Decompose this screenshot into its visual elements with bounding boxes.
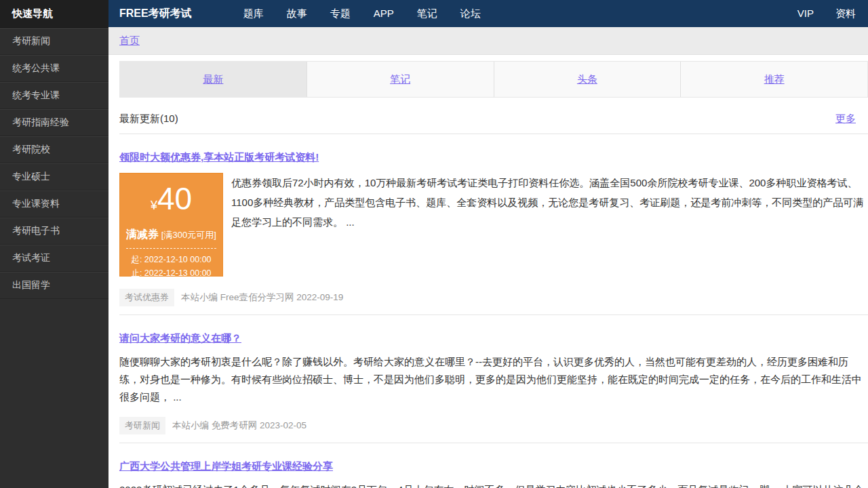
coupon-condition: [满300元可用] xyxy=(161,230,216,240)
nav-item-app[interactable]: APP xyxy=(374,7,394,20)
coupon-amount-value: 40 xyxy=(157,181,192,216)
article-divider xyxy=(119,314,868,315)
tab-latest-link[interactable]: 最新 xyxy=(203,73,223,86)
quick-nav-sidebar: 快速导航 考研新闻 统考公共课 统考专业课 考研指南经验 考研院校 专业硕士 专… xyxy=(0,0,108,488)
nav-item-stories[interactable]: 故事 xyxy=(287,7,307,20)
nav-item-materials[interactable]: 资料 xyxy=(835,7,856,20)
sidebar-item-ebooks[interactable]: 考研电子书 xyxy=(0,218,108,245)
coupon-end-date: 止: 2022-12-13 00:00 xyxy=(120,266,222,280)
nav-item-topics[interactable]: 专题 xyxy=(330,7,351,20)
nav-item-vip[interactable]: VIP xyxy=(797,7,814,20)
section-title: 最新更新(10) xyxy=(119,113,178,125)
article-title-link[interactable]: 请问大家考研的意义在哪？ xyxy=(119,332,241,345)
article-excerpt: 随便聊聊大家的考研初衷是什么呢？除了赚钱以外。考研给大家的意义在哪里？--去更好… xyxy=(119,353,868,406)
category-tag[interactable]: 考试优惠券 xyxy=(119,289,174,306)
article-meta: 本站小编 免费考研网 2023-02-05 xyxy=(172,420,307,432)
coupon-dashed-divider xyxy=(126,248,216,249)
coupon-type-label: 满减券 xyxy=(126,228,159,240)
content-tabs: 最新 笔记 头条 推荐 xyxy=(119,61,868,98)
article-excerpt: 2023考研初试已经过去了1个多月，每年复试时间在3月下旬，4月上旬左右，时间不… xyxy=(119,481,868,488)
sidebar-item-public-courses[interactable]: 统考公共课 xyxy=(0,55,108,82)
tab-latest[interactable]: 最新 xyxy=(120,62,307,97)
article-divider xyxy=(119,443,868,443)
tab-notes[interactable]: 笔记 xyxy=(307,62,494,97)
site-logo[interactable]: FREE考研考试 xyxy=(119,7,192,21)
article-title-link[interactable]: 广西大学公共管理上岸学姐考研专业课经验分享 xyxy=(119,460,333,473)
article-title-link[interactable]: 领限时大额优惠券,享本站正版考研考试资料! xyxy=(119,151,319,164)
main-content: 最新 笔记 头条 推荐 最新更新(10) 更多 领限时大额优惠券,享本站正版考研… xyxy=(108,55,868,488)
article-meta: 本站小编 Free壹佰分学习网 2022-09-19 xyxy=(181,291,343,304)
coupon-amount: ¥40 xyxy=(120,182,222,222)
article-excerpt: 优惠券领取后72小时内有效，10万种最新考研考试考证类电子打印资料任你选。涵盖全… xyxy=(231,173,868,277)
sidebar-item-major-courses[interactable]: 统考专业课 xyxy=(0,82,108,109)
sidebar-item-kaoyan-news[interactable]: 考研新闻 xyxy=(0,28,108,55)
breadcrumb-home-link[interactable]: 首页 xyxy=(119,35,140,47)
sidebar-item-guide-experience[interactable]: 考研指南经验 xyxy=(0,109,108,136)
article-body: ¥40 满减券 [满300元可用] 起: 2022-12-10 00:00 止:… xyxy=(119,173,868,277)
article-meta-row: 考试优惠券 本站小编 Free壹佰分学习网 2022-09-19 xyxy=(119,289,868,306)
sidebar-item-major-materials[interactable]: 专业课资料 xyxy=(0,190,108,218)
coupon-start-date: 起: 2022-12-10 00:00 xyxy=(120,253,222,266)
category-tag[interactable]: 考研新闻 xyxy=(119,417,165,434)
nav-menu: 题库 故事 专题 APP 笔记 论坛 xyxy=(243,7,481,20)
tab-recommended[interactable]: 推荐 xyxy=(681,62,867,97)
tab-headlines-link[interactable]: 头条 xyxy=(577,73,597,86)
tab-notes-link[interactable]: 笔记 xyxy=(390,73,410,86)
more-link[interactable]: 更多 xyxy=(835,113,856,125)
top-navbar: FREE考研考试 题库 故事 专题 APP 笔记 论坛 VIP 资料 xyxy=(108,0,868,27)
tab-headlines[interactable]: 头条 xyxy=(494,62,682,97)
coupon-currency-symbol: ¥ xyxy=(151,199,157,212)
coupon-type-row: 满减券 [满300元可用] xyxy=(120,228,222,242)
breadcrumb: 首页 xyxy=(108,27,868,55)
article-coupon-promo: 领限时大额优惠券,享本站正版考研考试资料! ¥40 满减券 [满300元可用] … xyxy=(119,151,868,306)
sidebar-item-certification[interactable]: 考试考证 xyxy=(0,245,108,272)
tab-recommended-link[interactable]: 推荐 xyxy=(764,73,785,86)
coupon-card[interactable]: ¥40 满减券 [满300元可用] 起: 2022-12-10 00:00 止:… xyxy=(119,173,223,277)
sidebar-item-study-abroad[interactable]: 出国留学 xyxy=(0,272,108,299)
sidebar-header: 快速导航 xyxy=(0,0,108,28)
article-guangxi-experience: 广西大学公共管理上岸学姐考研专业课经验分享 2023考研初试已经过去了1个多月，… xyxy=(119,460,868,488)
nav-item-forum[interactable]: 论坛 xyxy=(460,7,481,20)
section-divider xyxy=(119,134,868,134)
article-meta-row: 考研新闻 本站小编 免费考研网 2023-02-05 xyxy=(119,417,868,434)
nav-right: VIP 资料 xyxy=(797,7,856,20)
sidebar-item-schools[interactable]: 考研院校 xyxy=(0,136,108,163)
nav-item-notes[interactable]: 笔记 xyxy=(417,7,437,20)
nav-item-question-bank[interactable]: 题库 xyxy=(243,7,264,20)
article-meaning-of-kaoyan: 请问大家考研的意义在哪？ 随便聊聊大家的考研初衷是什么呢？除了赚钱以外。考研给大… xyxy=(119,332,868,434)
section-header: 最新更新(10) 更多 xyxy=(119,113,868,125)
sidebar-item-professional-master[interactable]: 专业硕士 xyxy=(0,163,108,190)
